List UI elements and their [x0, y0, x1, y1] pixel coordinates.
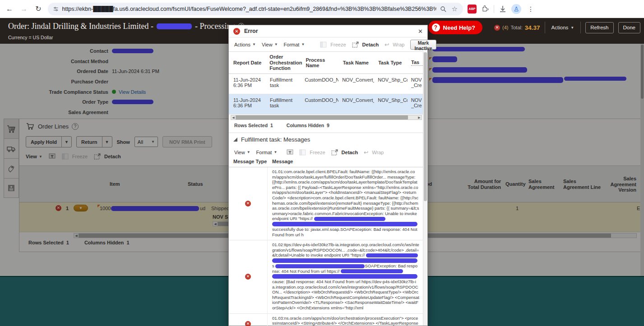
redaction	[314, 217, 385, 221]
dialog-toolbar: Actions▼ View▼ Format▼ Freeze Detach ↩Wr…	[229, 37, 427, 51]
table-row[interactable]: 11-Jun-2024 6:36 PMFulfillment taskCusto…	[229, 74, 423, 94]
need-help-button[interactable]: ? Need Help?	[428, 21, 483, 34]
divider	[494, 5, 494, 13]
dialog-hscrollbar[interactable]: ◀▶	[231, 115, 422, 120]
freeze-button[interactable]: Freeze	[299, 149, 325, 156]
actions-menu[interactable]: Actions▼	[234, 42, 256, 47]
error-icon: ✕	[233, 28, 240, 35]
collapse-icon	[233, 138, 237, 142]
message-type-cell: ✕	[229, 167, 268, 240]
url-text[interactable]: https://ekbn-█████fa.us6.oraclecloud.com…	[62, 6, 436, 12]
back-icon[interactable]: ←	[5, 4, 14, 14]
bookmark-star-icon[interactable]: ☆	[452, 5, 458, 13]
divider	[229, 133, 423, 133]
col-task-cut[interactable]: Tas	[411, 60, 423, 66]
table-cell: CustomDOO_N...	[305, 97, 338, 103]
col-task-name[interactable]: Task Name	[343, 60, 375, 66]
divider	[580, 22, 581, 33]
message-row[interactable]: ✕01.02:ttps://dev-p4s-idxrl30kz7lb-ia.in…	[229, 240, 423, 314]
address-bar[interactable]: https://ekbn-█████fa.us6.oraclecloud.com…	[48, 3, 463, 15]
table-cell: Fulfillment task	[270, 97, 301, 108]
messages-section-header[interactable]: Fulfillment task: Messages	[233, 136, 310, 143]
table-cell: 11-Jun-2024 6:36 PM	[233, 77, 266, 88]
dialog-table-footer: Rows Selected 1 Columns Hidden 9	[234, 123, 329, 128]
table-cell: NOV_Shp_Cost...	[378, 77, 408, 83]
query-by-example-icon[interactable]	[287, 149, 293, 156]
browser-menu-icon[interactable]: ⋮	[526, 4, 536, 14]
wrap-button[interactable]: ↩Wrap	[364, 149, 384, 156]
redaction	[157, 23, 192, 29]
table-cell: NOV_Convert_...	[342, 97, 374, 103]
reload-icon[interactable]: ↻	[33, 4, 43, 14]
error-dialog: ✕ Error ✕ Actions▼ View▼ Format▼ Freeze …	[228, 25, 428, 326]
close-icon[interactable]: ✕	[418, 28, 423, 35]
col-orchestration-function[interactable]: Order Orchestration Function	[269, 54, 302, 71]
mark-inactive-button[interactable]: Mark Inactive	[410, 40, 436, 50]
total-value: 34.37	[525, 24, 540, 31]
redaction	[366, 253, 418, 257]
redaction	[272, 258, 417, 263]
dialog-titlebar[interactable]: ✕ Error ✕	[229, 25, 427, 37]
actions-menu[interactable]: Actions▼	[550, 25, 576, 30]
freeze-button[interactable]: Freeze	[320, 41, 346, 48]
col-report-date[interactable]: Report Date	[233, 60, 266, 66]
view-menu[interactable]: View▼	[234, 150, 250, 155]
browser-chrome: ← → ↻ https://ekbn-█████fa.us6.oracleclo…	[0, 0, 644, 18]
message-type-cell: ✕	[229, 240, 268, 313]
message-text: 01.03:ns.oracle.com/apps/scm/doo/orchest…	[268, 314, 423, 326]
site-settings-icon[interactable]	[53, 6, 58, 12]
table-cell: NOV_Convert_...	[342, 77, 374, 83]
message-text: 01.02:ttps://dev-p4s-idxrl30kz7lb-ia.int…	[268, 240, 423, 313]
detach-button[interactable]: Detach	[331, 149, 358, 156]
done-button[interactable]: Done	[618, 22, 641, 33]
detach-button[interactable]: Detach	[352, 41, 379, 48]
divider	[545, 22, 545, 33]
messages-toolbar: View▼ Format▼ Freeze Detach ↩Wrap	[229, 146, 423, 158]
error-icon: ✕	[245, 274, 251, 280]
dialog-vscrollbar[interactable]	[423, 51, 427, 326]
format-menu[interactable]: Format▼	[284, 42, 305, 47]
view-menu[interactable]: View▼	[262, 42, 278, 47]
col-task-type[interactable]: Task Type	[378, 60, 408, 66]
profile-avatar[interactable]: ♙	[511, 4, 521, 14]
col-process-name[interactable]: Process Name	[306, 57, 339, 69]
format-menu[interactable]: Format▼	[256, 150, 278, 155]
dialog-table-rows: 11-Jun-2024 6:36 PMFulfillment taskCusto…	[229, 74, 423, 115]
download-icon[interactable]	[499, 5, 507, 13]
zoom-icon[interactable]	[440, 6, 446, 12]
adblock-extension-icon[interactable]: ABP	[468, 5, 477, 14]
page-title: Order: Jindal Drilling & Industries Limi…	[8, 22, 245, 31]
message-row[interactable]: ✕01.03:ns.oracle.com/apps/scm/doo/orches…	[229, 314, 423, 326]
message-type-cell: ✕	[229, 314, 268, 326]
table-cell: 11-Jun-2024 6:36 PM	[233, 97, 266, 108]
total-label: Total:	[510, 25, 522, 30]
error-icon: ✕	[245, 321, 251, 326]
table-cell: NOV_Crea	[411, 77, 423, 90]
order-total: ✕ (4) Total: 34.37	[494, 24, 540, 31]
screen: ← → ↻ https://ekbn-█████fa.us6.oracleclo…	[0, 0, 644, 326]
table-cell: Fulfillment task	[270, 77, 301, 88]
forward-icon[interactable]: →	[19, 4, 29, 14]
col-message-type[interactable]: Message Type	[229, 159, 268, 167]
table-cell: NOV_Crea	[411, 97, 423, 110]
messages-list: ✕01.01:com.oracle.bpel.client.BPELFault:…	[229, 167, 423, 326]
redaction	[275, 264, 365, 268]
table-row[interactable]: 11-Jun-2024 6:36 PMFulfillment taskCusto…	[229, 94, 423, 115]
error-count: (4)	[502, 25, 508, 30]
dialog-title: Error	[244, 28, 258, 34]
redaction	[272, 222, 417, 226]
error-count-icon[interactable]: ✕	[494, 25, 500, 31]
messages-header: Message Type Message	[229, 159, 423, 167]
col-message[interactable]: Message	[268, 159, 293, 167]
currency-label: Currency = US Dollar	[8, 35, 53, 40]
table-cell: NOV_Shp_Cost...	[378, 97, 408, 103]
message-row[interactable]: ✕01.01:com.oracle.bpel.client.BPELFault:…	[229, 167, 423, 240]
redaction	[341, 269, 403, 273]
message-text: 01.01:com.oracle.bpel.client.BPELFault: …	[268, 167, 423, 240]
extensions-icon[interactable]	[481, 5, 489, 13]
wrap-button[interactable]: ↩Wrap	[385, 41, 404, 48]
redaction	[272, 274, 417, 279]
dialog-table-header: Report Date Order Orchestration Function…	[229, 51, 423, 74]
refresh-button[interactable]: Refresh	[585, 22, 613, 33]
error-icon: ✕	[245, 201, 251, 207]
